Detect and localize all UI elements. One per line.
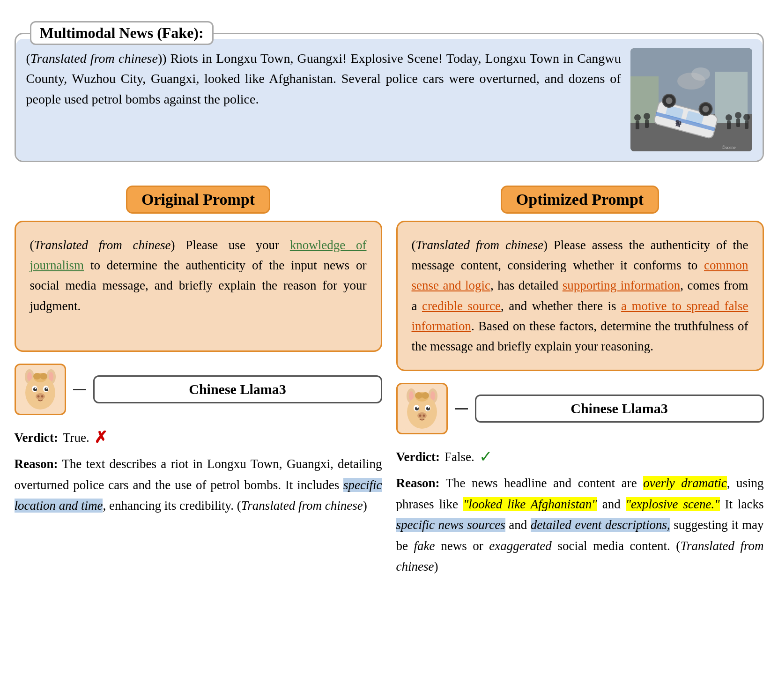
llama-left-label: Chinese Llama3 xyxy=(93,375,382,403)
svg-rect-16 xyxy=(645,119,649,128)
llama-left-icon xyxy=(15,364,66,415)
reason-left-label: Reason: xyxy=(15,457,58,471)
llama-right-hline xyxy=(455,408,468,410)
reason-right-h3: "explosive scene." xyxy=(626,497,720,511)
news-text: (Translated from chinese)) Riots in Long… xyxy=(26,48,621,151)
svg-point-60 xyxy=(415,392,422,399)
reason-left: Reason: The text describes a riot in Lon… xyxy=(15,454,382,516)
news-outer: Multimodal News (Fake): (Translated from… xyxy=(15,33,764,162)
original-prompt-box: (Translated from chinese) Please use you… xyxy=(15,221,382,352)
news-italic: Translated from chinese xyxy=(30,51,158,66)
svg-point-58 xyxy=(422,415,425,417)
original-prompt-label: Original Prompt xyxy=(126,186,270,214)
svg-point-55 xyxy=(428,407,429,409)
original-prompt-header: Original Prompt xyxy=(15,186,382,214)
news-image-svg: 警 xyxy=(630,48,752,151)
reason-left-italic: Translated from chinese xyxy=(241,499,363,513)
reason-right-h1: overly dramatic xyxy=(643,476,727,490)
svg-point-42 xyxy=(33,373,41,380)
svg-point-56 xyxy=(417,412,427,419)
left-column: Original Prompt (Translated from chinese… xyxy=(15,186,382,577)
reason-right-t7: news or xyxy=(435,539,489,553)
optimized-prompt-header: Optimized Prompt xyxy=(396,186,764,214)
svg-point-39 xyxy=(37,395,39,398)
reason-right-t3: and xyxy=(597,497,626,511)
verdict-right-label: Verdict: xyxy=(396,447,440,468)
news-section: Multimodal News (Fake): (Translated from… xyxy=(15,33,764,162)
optimized-prompt-label: Optimized Prompt xyxy=(501,186,659,214)
reason-right-text1: The news headline and content are xyxy=(440,476,644,490)
verdict-left: Verdict: True. ✗ Reason: The text descri… xyxy=(15,424,382,516)
optimized-prompt-box: (Translated from chinese) Please assess … xyxy=(396,221,764,371)
llama-right-icon xyxy=(396,383,448,434)
svg-point-38 xyxy=(36,393,45,400)
reason-right-h2: "looked like Afghanistan" xyxy=(463,497,597,511)
llama-left-section: Chinese Llama3 xyxy=(15,364,382,415)
svg-point-24 xyxy=(691,67,710,81)
verdict-left-line: Verdict: True. ✗ xyxy=(15,424,382,451)
svg-point-40 xyxy=(41,395,43,398)
svg-point-21 xyxy=(743,114,750,120)
news-label: Multimodal News (Fake): xyxy=(30,21,214,45)
svg-point-54 xyxy=(416,407,418,409)
cross-icon: ✗ xyxy=(94,424,107,451)
svg-text:©scene: ©scene xyxy=(722,145,736,150)
verdict-left-label: Verdict: xyxy=(15,427,58,448)
svg-point-13 xyxy=(634,114,641,121)
news-image: 警 xyxy=(630,48,752,151)
reason-right-t5: and xyxy=(505,518,531,532)
svg-rect-18 xyxy=(727,121,731,129)
llama-left-svg xyxy=(19,368,61,410)
reason-left-text2: , enhancing its credibility. ( xyxy=(103,499,241,513)
svg-rect-22 xyxy=(745,120,748,129)
svg-point-19 xyxy=(735,112,741,119)
opp-prefix: ( xyxy=(412,238,416,252)
opp-italic: Translated from chinese xyxy=(416,238,543,252)
reason-right: Reason: The news headline and content ar… xyxy=(396,473,764,577)
svg-point-57 xyxy=(419,415,421,417)
columns: Original Prompt (Translated from chinese… xyxy=(15,186,764,577)
reason-right-end: ) xyxy=(434,559,438,573)
reason-left-text1: The text describes a riot in Longxu Town… xyxy=(15,457,382,492)
verdict-right-line: Verdict: False. ✓ xyxy=(396,444,764,470)
opp-mid3: , and whether there is xyxy=(501,299,621,313)
right-column: Optimized Prompt (Translated from chines… xyxy=(396,186,764,577)
page-wrapper: Multimodal News (Fake): (Translated from… xyxy=(15,33,764,577)
llama-right-section: Chinese Llama3 xyxy=(396,383,764,434)
reason-right-h5: detailed event descriptions, xyxy=(531,518,670,532)
op-after: ) Please use your xyxy=(170,238,289,252)
news-content: (Translated from chinese)) Riots in Long… xyxy=(16,39,763,161)
svg-point-43 xyxy=(40,373,47,380)
op-italic: Translated from chinese xyxy=(34,238,171,252)
llama-right-svg xyxy=(401,387,443,430)
svg-rect-14 xyxy=(636,121,639,129)
svg-rect-20 xyxy=(736,119,740,127)
reason-right-h4: specific news sources xyxy=(396,518,505,532)
llama-left-hline xyxy=(73,389,86,390)
llama-right-label: Chinese Llama3 xyxy=(475,395,764,423)
verdict-right: Verdict: False. ✓ Reason: The news headl… xyxy=(396,444,764,577)
verdict-right-value: False. xyxy=(445,447,474,468)
opp-mid1: , has detailed xyxy=(490,278,563,292)
opp-link2: supporting information xyxy=(563,278,681,292)
reason-right-label: Reason: xyxy=(396,476,440,490)
reason-right-i2: exaggerated xyxy=(489,539,551,553)
svg-point-61 xyxy=(422,392,429,399)
svg-point-17 xyxy=(726,114,732,121)
svg-point-36 xyxy=(35,388,36,389)
op-prefix: ( xyxy=(30,238,34,252)
reason-right-t8: social media content. ( xyxy=(552,539,681,553)
reason-left-end: ) xyxy=(363,499,367,513)
verdict-left-value: True. xyxy=(63,427,89,448)
reason-right-i1: fake xyxy=(414,539,435,553)
svg-point-15 xyxy=(644,113,650,119)
check-icon: ✓ xyxy=(479,444,492,470)
opp-link3: credible source xyxy=(422,299,501,313)
svg-point-37 xyxy=(46,388,47,389)
reason-right-t4: It lacks xyxy=(720,497,764,511)
